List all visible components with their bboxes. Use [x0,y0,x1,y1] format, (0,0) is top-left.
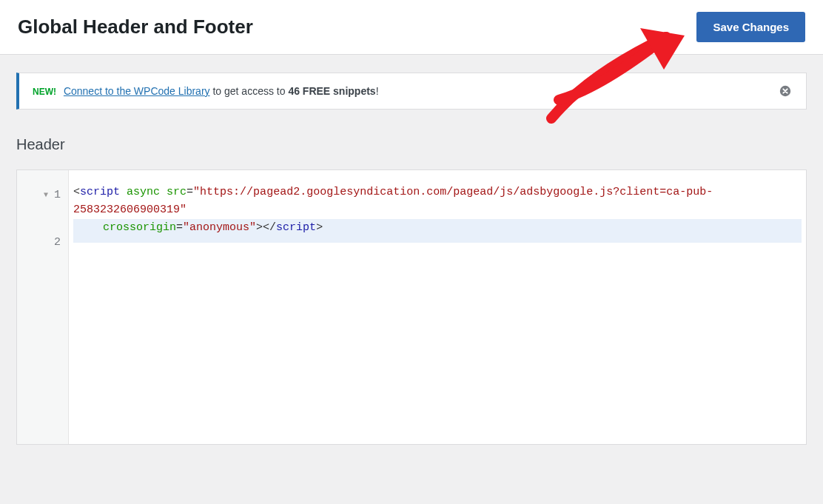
gutter-line: 2 [17,231,68,255]
notice-middle: to get access to [210,85,289,97]
tok-tag: script [276,221,316,234]
notice-bold: 46 FREE snippets [288,85,375,97]
line-number: 1 [54,187,61,204]
tok-punct: < [73,186,80,198]
notice-trailing: ! [376,85,379,97]
save-button[interactable]: Save Changes [696,12,805,42]
page-title: Global Header and Footer [18,16,253,38]
line-number: 2 [54,234,61,252]
code-editor[interactable]: ▼ 1 2 <script async src="https://pagead2… [16,169,807,445]
tok-attr: async [127,186,160,198]
notice-link[interactable]: Connect to the WPCode Library [64,85,210,97]
tok-attr: src [167,186,187,198]
tok-punct: = [187,186,193,198]
tok-punct: > [256,221,263,234]
tok-punct: = [176,221,183,234]
fold-icon[interactable]: ▼ [44,189,48,201]
code-content[interactable]: <script async src="https://pagead2.googl… [69,170,806,444]
tok-tag: script [80,186,120,198]
section-title-header: Header [16,136,807,153]
code-line: <script async src="https://pagead2.googl… [73,184,802,219]
tok-punct: </ [263,221,276,234]
tok-attr: crossorigin [103,221,176,234]
editor-gutter: ▼ 1 2 [17,170,69,444]
close-icon[interactable] [778,84,793,98]
code-line-active: crossorigin="anonymous"></script> [73,219,802,243]
tok-string: "anonymous" [183,221,256,234]
notice-banner: NEW! Connect to the WPCode Library to ge… [16,73,807,110]
gutter-blank [17,207,68,231]
tok-punct: > [316,221,323,234]
new-badge: NEW! [33,87,56,97]
tok-sp [160,186,167,198]
page-header: Global Header and Footer Save Changes [0,0,823,55]
tok-sp [120,186,127,198]
content-area: NEW! Connect to the WPCode Library to ge… [0,55,823,463]
notice-text: NEW! Connect to the WPCode Library to ge… [33,85,379,97]
gutter-line: ▼ 1 [17,184,68,207]
